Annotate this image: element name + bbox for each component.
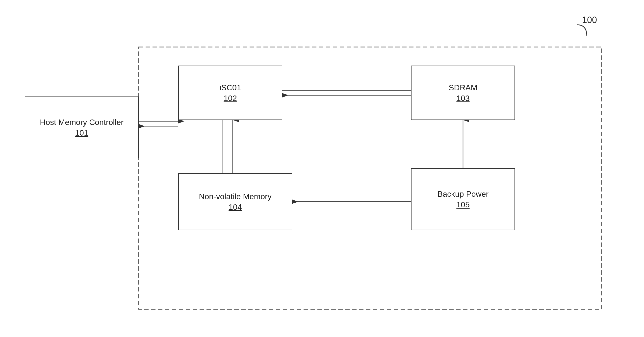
sdram-label: SDRAM <box>449 83 477 93</box>
diagram-svg <box>0 0 644 337</box>
nonvolatile-memory-number: 104 <box>228 203 242 212</box>
isc01-block: iSC01 102 <box>178 65 282 120</box>
backup-power-block: Backup Power 105 <box>411 168 515 230</box>
ref-number-100: 100 <box>582 15 597 25</box>
host-memory-controller-block: Host Memory Controller 101 <box>25 96 139 158</box>
isc01-label: iSC01 <box>219 83 241 93</box>
sdram-number: 103 <box>456 94 470 103</box>
host-memory-controller-number: 101 <box>75 128 88 138</box>
nonvolatile-memory-block: Non-volatile Memory 104 <box>178 173 292 230</box>
isc01-number: 102 <box>224 94 237 103</box>
backup-power-label: Backup Power <box>438 189 488 199</box>
sdram-block: SDRAM 103 <box>411 65 515 120</box>
diagram-container: 100 Host Memory Controller 101 iSC01 102… <box>0 0 644 337</box>
nonvolatile-memory-label: Non-volatile Memory <box>199 192 271 202</box>
backup-power-number: 105 <box>456 200 470 209</box>
host-memory-controller-label: Host Memory Controller <box>40 117 124 128</box>
